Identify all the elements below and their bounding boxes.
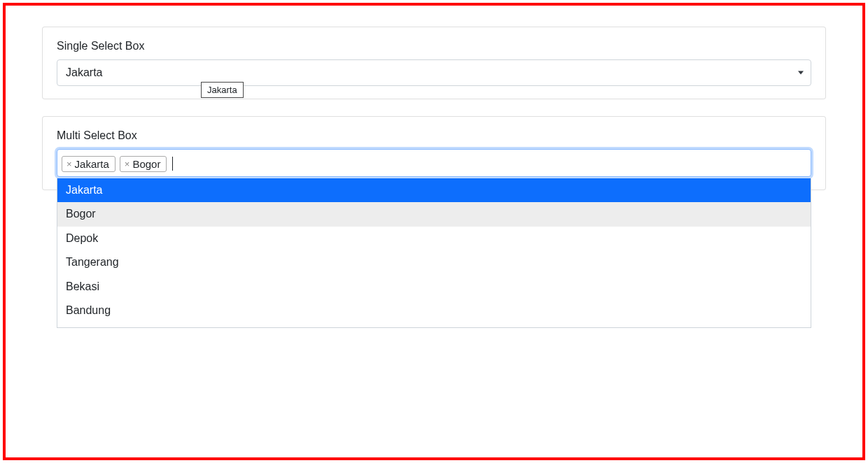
single-select-value: Jakarta xyxy=(66,66,102,79)
dropdown-option[interactable]: Bandung xyxy=(57,299,811,322)
caret-down-icon xyxy=(798,71,804,75)
selected-tag[interactable]: Jakarta xyxy=(62,156,115,172)
single-select-label: Single Select Box xyxy=(57,40,811,52)
text-cursor xyxy=(172,157,173,171)
multi-select-label: Multi Select Box xyxy=(57,129,811,142)
dropdown-option[interactable]: Bogor xyxy=(57,202,811,226)
tag-label: Bogor xyxy=(132,158,160,170)
multi-select-box[interactable]: Jakarta Bogor xyxy=(57,149,811,177)
selected-tag[interactable]: Bogor xyxy=(120,156,167,172)
single-select-card: Single Select Box Jakarta Jakarta xyxy=(42,27,826,99)
dropdown-option[interactable]: Jakarta xyxy=(57,178,811,202)
single-select-box[interactable]: Jakarta xyxy=(57,59,811,86)
tag-label: Jakarta xyxy=(75,158,109,170)
multi-select-card: Multi Select Box Jakarta Bogor Jakarta B… xyxy=(42,116,826,190)
dropdown-option[interactable]: Tangerang xyxy=(57,250,811,274)
page-frame: Single Select Box Jakarta Jakarta Multi … xyxy=(3,3,865,460)
dropdown-option[interactable]: Depok xyxy=(57,227,811,250)
remove-tag-icon[interactable] xyxy=(66,159,72,169)
remove-tag-icon[interactable] xyxy=(125,159,130,169)
dropdown-option[interactable]: Bekasi xyxy=(57,275,811,299)
multi-select-dropdown[interactable]: Jakarta Bogor Depok Tangerang Bekasi Ban… xyxy=(57,178,811,328)
single-select-tooltip: Jakarta xyxy=(201,82,244,98)
dropdown-option[interactable]: Semarang xyxy=(57,322,811,328)
